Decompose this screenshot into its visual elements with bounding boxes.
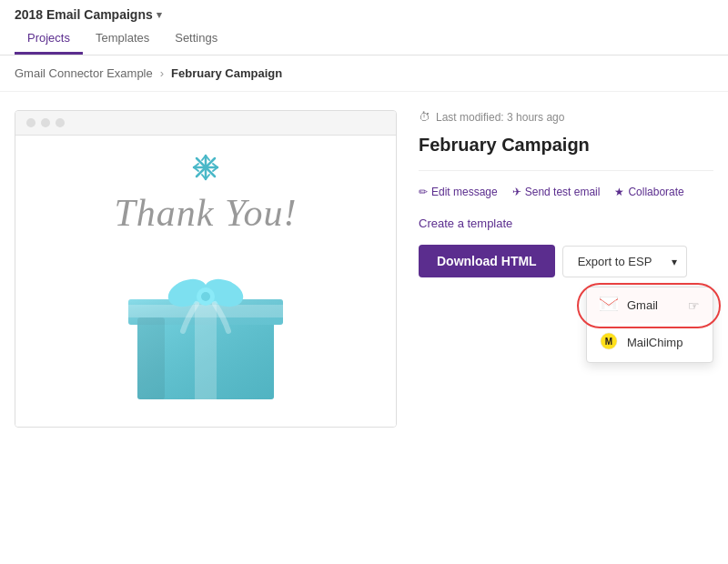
esp-dropdown-menu: Gmail ☞ M MailChimp	[586, 287, 713, 363]
create-template-label: Create a template	[419, 217, 512, 230]
project-title[interactable]: 2018 Email Campaigns ▾	[15, 7, 162, 22]
last-modified: ⏱ Last modified: 3 hours ago	[419, 110, 713, 124]
gift-box-image	[115, 249, 297, 407]
send-test-email-link[interactable]: ✈ Send test email	[512, 186, 601, 198]
campaign-title: February Campaign	[419, 135, 713, 171]
edit-message-label: Edit message	[431, 186, 498, 198]
mailchimp-icon: M	[600, 332, 618, 353]
edit-message-link[interactable]: ✏ Edit message	[419, 186, 498, 198]
collaborate-link[interactable]: ★ Collaborate	[614, 186, 683, 198]
window-dot-3	[56, 118, 65, 127]
mailchimp-label: MailChimp	[627, 336, 682, 349]
svg-rect-22	[137, 317, 165, 399]
breadcrumb-parent[interactable]: Gmail Connector Example	[15, 66, 153, 80]
cursor-icon: ☞	[688, 298, 700, 313]
project-title-text: 2018 Email Campaigns	[15, 7, 153, 22]
esp-button-group: Export to ESP ▾	[562, 246, 688, 277]
right-panel: ⏱ Last modified: 3 hours ago February Ca…	[419, 110, 713, 428]
preview-content: Thank You!	[15, 136, 396, 427]
main-content: Thank You!	[0, 92, 728, 446]
thank-you-text: Thank You!	[115, 191, 298, 235]
tab-projects[interactable]: Projects	[15, 25, 83, 55]
window-dot-2	[41, 118, 50, 127]
svg-point-21	[201, 292, 210, 301]
clock-icon: ⏱	[419, 110, 430, 124]
decoration-icon	[192, 154, 219, 187]
export-esp-dropdown-button[interactable]: ▾	[662, 246, 687, 277]
chevron-down-icon: ▾	[157, 9, 162, 21]
preview-titlebar	[15, 111, 396, 136]
breadcrumb-current: February Campaign	[171, 66, 282, 80]
chevron-down-icon: ▾	[672, 256, 677, 268]
breadcrumb: Gmail Connector Example › February Campa…	[0, 55, 728, 92]
preview-window: Thank You!	[15, 110, 397, 428]
star-icon: ★	[614, 186, 624, 198]
preview-panel: Thank You!	[15, 110, 397, 428]
send-icon: ✈	[512, 186, 521, 198]
last-modified-text: Last modified: 3 hours ago	[436, 111, 564, 124]
svg-rect-17	[128, 305, 283, 317]
window-dot-1	[26, 118, 35, 127]
button-row: Download HTML Export to ESP ▾	[419, 245, 713, 277]
esp-mailchimp-option[interactable]: M MailChimp	[587, 323, 713, 362]
pencil-icon: ✏	[419, 186, 428, 198]
gmail-icon	[600, 297, 618, 314]
tab-templates[interactable]: Templates	[83, 25, 162, 55]
tab-settings[interactable]: Settings	[162, 25, 230, 55]
esp-gmail-option[interactable]: Gmail ☞	[587, 287, 713, 323]
nav-tabs: Projects Templates Settings	[15, 25, 713, 55]
svg-text:M: M	[605, 337, 612, 347]
collaborate-label: Collaborate	[628, 186, 683, 198]
app-header: 2018 Email Campaigns ▾ Projects Template…	[0, 0, 728, 55]
send-test-label: Send test email	[525, 186, 601, 198]
export-esp-button[interactable]: Export to ESP	[562, 246, 668, 277]
actions-row: ✏ Edit message ✈ Send test email ★ Colla…	[419, 186, 713, 198]
gmail-label: Gmail	[627, 298, 658, 312]
create-template-link[interactable]: Create a template	[419, 217, 713, 230]
download-html-button[interactable]: Download HTML	[419, 245, 555, 277]
breadcrumb-separator: ›	[160, 66, 164, 80]
export-esp-label: Export to ESP	[578, 255, 652, 268]
